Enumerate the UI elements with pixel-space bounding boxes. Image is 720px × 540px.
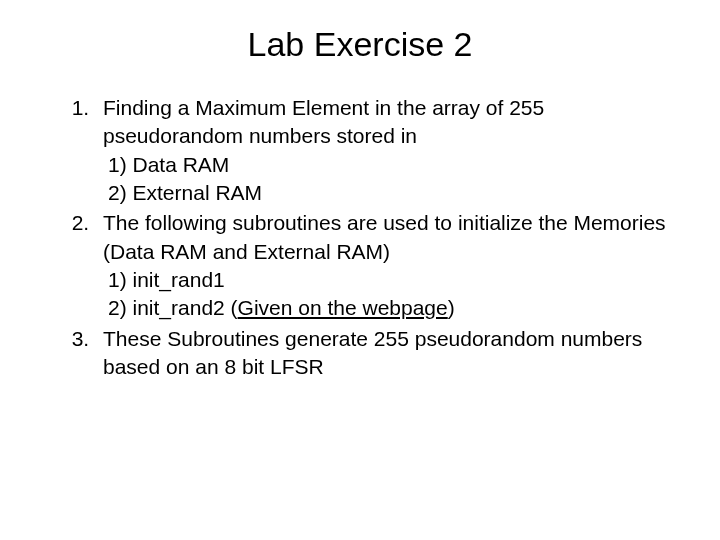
slide-content: Lab Exercise 2 Finding a Maximum Element… (0, 0, 720, 403)
sub-list: 1) init_rand1 2) init_rand2 (Given on th… (103, 266, 680, 323)
sub-list: 1) Data RAM 2) External RAM (103, 151, 680, 208)
item-text: The following subroutines are used to in… (103, 211, 666, 262)
sub-item: 1) init_rand1 (108, 266, 680, 294)
underline-text: Given on the webpage (238, 296, 448, 319)
sub-item: 1) Data RAM (108, 151, 680, 179)
sub-item: 2) External RAM (108, 179, 680, 207)
list-item: These Subroutines generate 255 pseudoran… (95, 325, 680, 382)
item-text: These Subroutines generate 255 pseudoran… (103, 327, 642, 378)
sub-item-suffix: ) (448, 296, 455, 319)
sub-item-prefix: 2) init_rand2 ( (108, 296, 238, 319)
item-text: Finding a Maximum Element in the array o… (103, 96, 544, 147)
main-ordered-list: Finding a Maximum Element in the array o… (40, 94, 680, 381)
list-item: The following subroutines are used to in… (95, 209, 680, 322)
slide-title: Lab Exercise 2 (40, 25, 680, 64)
sub-item: 2) init_rand2 (Given on the webpage) (108, 294, 680, 322)
list-item: Finding a Maximum Element in the array o… (95, 94, 680, 207)
